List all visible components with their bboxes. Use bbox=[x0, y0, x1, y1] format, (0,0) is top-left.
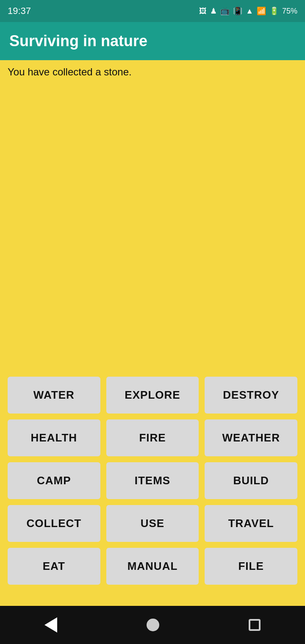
nav-back-button[interactable] bbox=[44, 617, 57, 633]
button-grid-wrapper: WATEREXPLOREDESTROYHEALTHFIREWEATHERCAMP… bbox=[0, 377, 305, 606]
water-button[interactable]: WATER bbox=[8, 377, 100, 414]
wifi-icon: ▲ bbox=[246, 7, 253, 16]
nav-home-button[interactable] bbox=[147, 619, 159, 631]
twitch-icon: 📺 bbox=[220, 6, 230, 16]
chess-icon: ♟ bbox=[210, 6, 217, 16]
recent-icon bbox=[249, 619, 261, 631]
weather-button[interactable]: WEATHER bbox=[205, 419, 297, 456]
travel-button[interactable]: TRAVEL bbox=[205, 505, 297, 542]
eat-button[interactable]: EAT bbox=[8, 548, 100, 585]
vibrate-icon: 📳 bbox=[233, 6, 242, 16]
status-message: You have collected a stone. bbox=[8, 66, 297, 78]
main-content: You have collected a stone. WATEREXPLORE… bbox=[0, 60, 305, 606]
manual-button[interactable]: MANUAL bbox=[106, 548, 199, 585]
status-icons: 🖼 ♟ 📺 📳 ▲ 📶 🔋 75% bbox=[199, 6, 297, 16]
collect-button[interactable]: COLLECT bbox=[8, 505, 100, 542]
button-grid: WATEREXPLOREDESTROYHEALTHFIREWEATHERCAMP… bbox=[8, 377, 297, 585]
nav-bar bbox=[0, 606, 305, 644]
app-title: Surviving in nature bbox=[9, 32, 147, 50]
explore-button[interactable]: EXPLORE bbox=[106, 377, 199, 414]
status-time: 19:37 bbox=[8, 6, 31, 17]
image-icon: 🖼 bbox=[199, 7, 207, 16]
battery-icon: 🔋 bbox=[269, 6, 279, 16]
signal-icon: 📶 bbox=[257, 6, 266, 16]
nav-recent-button[interactable] bbox=[249, 619, 261, 631]
home-icon bbox=[147, 619, 159, 631]
back-icon bbox=[44, 617, 57, 633]
app-header: Surviving in nature bbox=[0, 22, 305, 60]
items-button[interactable]: ITEMS bbox=[106, 462, 199, 499]
build-button[interactable]: BUILD bbox=[205, 462, 297, 499]
health-button[interactable]: HEALTH bbox=[8, 419, 100, 456]
use-button[interactable]: USE bbox=[106, 505, 199, 542]
fire-button[interactable]: FIRE bbox=[106, 419, 199, 456]
camp-button[interactable]: CAMP bbox=[8, 462, 100, 499]
destroy-button[interactable]: DESTROY bbox=[205, 377, 297, 414]
battery-percent: 75% bbox=[282, 7, 297, 16]
file-button[interactable]: FILE bbox=[205, 548, 297, 585]
status-bar: 19:37 🖼 ♟ 📺 📳 ▲ 📶 🔋 75% bbox=[0, 0, 305, 22]
